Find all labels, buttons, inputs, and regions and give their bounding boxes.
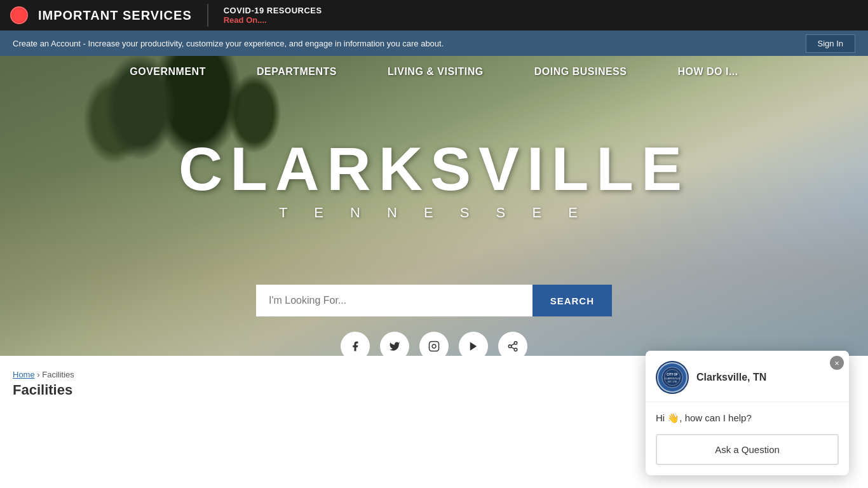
nav-item-government[interactable]: GOVERNMENT xyxy=(104,57,231,86)
svg-line-7 xyxy=(511,344,514,346)
nav-item-business[interactable]: DOING BUSINESS xyxy=(509,57,653,86)
search-area: SEARCH xyxy=(256,285,612,316)
chat-greeting: Hi 👋, how can I help? xyxy=(656,412,839,424)
svg-text:CLARKSVILLE: CLARKSVILLE xyxy=(665,377,681,380)
nav-item-howdoi[interactable]: HOW DO I... xyxy=(652,57,763,86)
chat-header: CITY OF CLARKSVILLE EST. 1785 Clarksvill… xyxy=(646,351,849,402)
sign-in-button[interactable]: Sign In xyxy=(806,34,855,53)
search-button[interactable]: SEARCH xyxy=(532,285,612,316)
account-text: Create an Account - Increase your produc… xyxy=(13,39,444,48)
state-name: T E N N E S S E E xyxy=(0,205,868,221)
nav-item-living[interactable]: LIVING & VISITING xyxy=(362,57,509,86)
svg-point-4 xyxy=(508,345,512,348)
svg-text:EST. 1785: EST. 1785 xyxy=(668,381,677,383)
svg-line-6 xyxy=(511,347,514,349)
alert-title: IMPORTANT SERVICES xyxy=(38,8,192,23)
alert-divider xyxy=(207,4,208,27)
breadcrumb-home[interactable]: Home xyxy=(13,370,35,379)
svg-marker-2 xyxy=(470,342,477,351)
chat-widget: × CITY OF CLARKSVILLE EST. 1785 Clarksvi… xyxy=(646,351,849,475)
covid-title: COVID-19 RESOURCES xyxy=(224,6,322,15)
chat-close-button[interactable]: × xyxy=(830,356,844,370)
ask-question-button[interactable]: Ask a Question xyxy=(656,434,839,465)
svg-point-3 xyxy=(514,342,517,345)
alert-bar: IMPORTANT SERVICES COVID-19 RESOURCES Re… xyxy=(0,0,868,30)
chat-org-name: Clarksville, TN xyxy=(696,372,766,383)
svg-point-5 xyxy=(514,348,517,351)
svg-text:CITY OF: CITY OF xyxy=(667,373,678,376)
covid-link[interactable]: Read On.... xyxy=(224,15,322,25)
svg-rect-0 xyxy=(430,342,439,351)
city-seal: CITY OF CLARKSVILLE EST. 1785 xyxy=(657,362,688,393)
chat-body: Hi 👋, how can I help? Ask a Question xyxy=(646,402,849,475)
search-input[interactable] xyxy=(256,285,532,316)
chat-avatar: CITY OF CLARKSVILLE EST. 1785 xyxy=(656,361,689,394)
breadcrumb-current: Facilities xyxy=(42,370,74,379)
alert-covid: COVID-19 RESOURCES Read On.... xyxy=(224,6,322,25)
hero-title-area: CLARKSVILLE T E N N E S S E E xyxy=(0,88,868,221)
city-name: CLARKSVILLE xyxy=(0,139,868,200)
nav-item-departments[interactable]: DEPARTMENTS xyxy=(231,57,362,86)
account-bar: Create an Account - Increase your produc… xyxy=(0,30,868,56)
main-nav: GOVERNMENT DEPARTMENTS LIVING & VISITING… xyxy=(0,56,868,88)
alert-icon xyxy=(10,6,28,24)
